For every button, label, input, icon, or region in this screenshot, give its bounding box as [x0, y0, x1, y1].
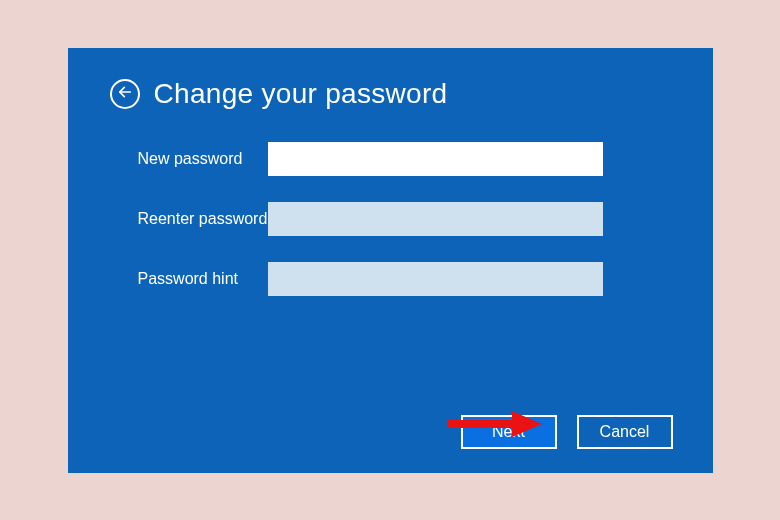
new-password-input[interactable]	[268, 142, 603, 176]
new-password-row: New password	[68, 142, 713, 176]
password-hint-row: Password hint	[68, 262, 713, 296]
reenter-password-row: Reenter password	[68, 202, 713, 236]
back-arrow-icon	[117, 84, 133, 104]
page-title: Change your password	[154, 78, 448, 110]
password-form: New password Reenter password Password h…	[68, 110, 713, 296]
password-hint-label: Password hint	[68, 270, 268, 288]
new-password-label: New password	[68, 150, 268, 168]
header: Change your password	[68, 48, 713, 110]
next-button[interactable]: Next	[461, 415, 557, 449]
cancel-button[interactable]: Cancel	[577, 415, 673, 449]
back-button[interactable]	[110, 79, 140, 109]
reenter-password-input[interactable]	[268, 202, 603, 236]
button-bar: Next Cancel	[461, 415, 673, 449]
change-password-panel: Change your password New password Reente…	[68, 48, 713, 473]
reenter-password-label: Reenter password	[68, 210, 268, 228]
password-hint-input[interactable]	[268, 262, 603, 296]
